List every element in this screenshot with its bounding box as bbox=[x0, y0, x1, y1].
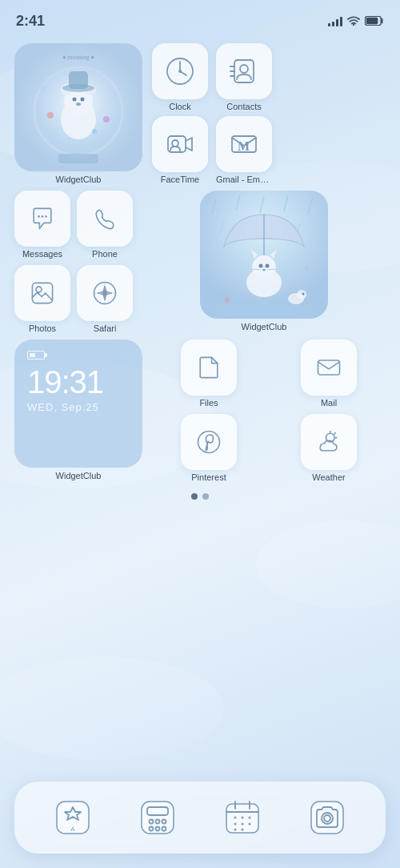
page-dot-2[interactable] bbox=[202, 493, 209, 500]
contacts-icon bbox=[228, 55, 260, 87]
svg-point-54 bbox=[259, 264, 263, 268]
svg-text:♦ meaning ♦: ♦ meaning ♦ bbox=[62, 54, 94, 61]
svg-point-35 bbox=[38, 215, 40, 218]
photos-app[interactable]: Photos bbox=[14, 265, 70, 333]
svg-point-37 bbox=[45, 215, 47, 218]
widget-club-1-wrap: ♦ meaning ♦ bbox=[14, 43, 142, 184]
photos-icon bbox=[28, 279, 57, 307]
clock-icon-bg bbox=[152, 43, 208, 99]
svg-text:M: M bbox=[238, 139, 250, 153]
svg-text:❄: ❄ bbox=[38, 82, 46, 94]
weather-icon-bg bbox=[301, 414, 357, 470]
widgetclub-widget-2[interactable]: ❀ ❀ bbox=[200, 191, 328, 319]
phone-icon-bg bbox=[77, 191, 133, 247]
gmail-app[interactable]: M Gmail - Email M bbox=[216, 116, 272, 184]
mail-icon-bg bbox=[301, 340, 357, 396]
widgetclub-widget-1[interactable]: ♦ meaning ♦ bbox=[14, 43, 142, 171]
clock-widget-date: WED, Sep.25 bbox=[27, 401, 130, 413]
messages-icon bbox=[28, 204, 57, 233]
clock-icon bbox=[164, 55, 196, 87]
svg-point-55 bbox=[266, 264, 270, 268]
svg-point-56 bbox=[262, 269, 266, 271]
svg-point-11 bbox=[81, 98, 85, 102]
photos-label: Photos bbox=[29, 323, 56, 333]
weather-app[interactable]: Weather bbox=[272, 414, 386, 482]
svg-text:❄: ❄ bbox=[54, 126, 60, 133]
contacts-label: Contacts bbox=[226, 102, 261, 111]
phone-label: Phone bbox=[92, 249, 118, 259]
phone-icon bbox=[90, 204, 119, 233]
svg-point-18 bbox=[47, 112, 54, 119]
messages-app[interactable]: Messages bbox=[14, 191, 70, 259]
svg-line-69 bbox=[334, 432, 335, 434]
facetime-icon bbox=[164, 128, 196, 160]
svg-point-53 bbox=[252, 255, 276, 279]
gmail-icon-bg: M bbox=[216, 116, 272, 172]
svg-point-39 bbox=[36, 287, 42, 292]
facetime-label: FaceTime bbox=[161, 175, 200, 184]
cat-umbrella-art: ❀ ❀ bbox=[200, 191, 328, 319]
home-screen: ♦ meaning ♦ bbox=[0, 35, 400, 868]
signal-bar-3 bbox=[336, 19, 338, 26]
row2-right-widget: ❀ ❀ WidgetClub bbox=[142, 191, 386, 332]
safari-app[interactable]: Safari bbox=[77, 265, 133, 333]
mail-app[interactable]: Mail bbox=[272, 340, 386, 408]
photos-icon-bg bbox=[14, 265, 70, 321]
clock-app[interactable]: Clock bbox=[152, 43, 208, 111]
svg-rect-65 bbox=[318, 360, 340, 375]
files-icon bbox=[194, 353, 223, 382]
row1: ♦ meaning ♦ bbox=[14, 43, 386, 184]
pinterest-app[interactable]: Pinterest bbox=[152, 414, 266, 482]
phone-app[interactable]: Phone bbox=[77, 191, 133, 259]
contacts-icon-bg bbox=[216, 43, 272, 99]
battery-small-icon bbox=[27, 351, 45, 360]
row1-bottom-apps: FaceTime M Gmail - Email M bbox=[152, 116, 386, 184]
svg-point-0 bbox=[353, 24, 354, 26]
svg-point-32 bbox=[172, 140, 178, 147]
svg-point-64 bbox=[216, 303, 312, 315]
files-icon-bg bbox=[181, 340, 237, 396]
clock-widget[interactable]: 19:31 WED, Sep.25 bbox=[14, 340, 142, 468]
row1-app-col: Clock Contacts bbox=[152, 43, 386, 184]
svg-point-60 bbox=[297, 290, 306, 299]
facetime-app[interactable]: FaceTime bbox=[152, 116, 208, 184]
svg-text:❀: ❀ bbox=[304, 265, 310, 272]
row3: 19:31 WED, Sep.25 WidgetClub Files bbox=[14, 340, 386, 482]
safari-label: Safari bbox=[94, 323, 117, 333]
contacts-app[interactable]: Contacts bbox=[216, 43, 272, 111]
signal-bar-2 bbox=[332, 22, 334, 26]
svg-point-19 bbox=[103, 116, 110, 123]
files-label: Files bbox=[199, 398, 218, 408]
widgetclub-label-1: WidgetClub bbox=[56, 175, 102, 184]
files-app[interactable]: Files bbox=[152, 340, 266, 408]
weather-icon bbox=[314, 428, 343, 456]
row1-top-apps: Clock Contacts bbox=[152, 43, 386, 111]
status-time: 2:41 bbox=[16, 13, 45, 30]
page-dot-1[interactable] bbox=[191, 493, 198, 500]
svg-point-36 bbox=[42, 215, 44, 218]
messages-icon-bg bbox=[14, 191, 70, 247]
pinterest-icon bbox=[194, 428, 223, 456]
clock-widget-label: WidgetClub bbox=[56, 471, 102, 480]
safari-icon-bg bbox=[77, 265, 133, 321]
svg-point-27 bbox=[240, 65, 248, 73]
svg-text:❀: ❀ bbox=[224, 295, 230, 304]
row2-left-apps: Messages Phone bbox=[14, 191, 133, 333]
mail-label: Mail bbox=[321, 398, 337, 408]
svg-point-43 bbox=[103, 291, 107, 295]
svg-point-25 bbox=[178, 70, 182, 73]
gmail-label: Gmail - Email M bbox=[216, 175, 272, 184]
signal-icon bbox=[328, 15, 342, 26]
battery-icon bbox=[365, 16, 384, 26]
widgetclub-label-2: WidgetClub bbox=[242, 322, 287, 332]
signal-bar-1 bbox=[328, 23, 330, 26]
safari-icon bbox=[90, 279, 119, 307]
page-dots bbox=[14, 493, 386, 500]
svg-rect-38 bbox=[32, 283, 52, 303]
row3-right-apps: Files Mail bbox=[152, 340, 386, 482]
clock-widget-battery bbox=[27, 351, 130, 360]
svg-text:❄: ❄ bbox=[102, 96, 109, 105]
svg-rect-2 bbox=[366, 18, 378, 25]
wifi-icon bbox=[347, 16, 360, 26]
clock-widget-wrap: 19:31 WED, Sep.25 WidgetClub bbox=[14, 340, 142, 480]
